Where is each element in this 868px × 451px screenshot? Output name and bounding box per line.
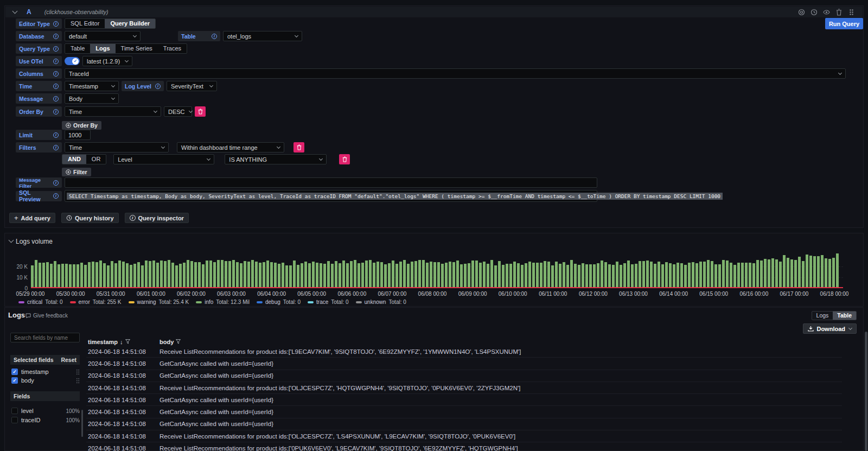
history-icon[interactable] [810, 9, 818, 16]
volume-bar [680, 263, 683, 288]
info-icon[interactable]: i [53, 180, 59, 186]
otel-version-select[interactable]: latest (1.2.9) [82, 56, 132, 66]
download-button[interactable]: Download [803, 323, 857, 334]
filter1-remove-button[interactable] [293, 142, 304, 153]
info-icon[interactable]: i [53, 96, 59, 101]
volume-bar [479, 263, 482, 288]
query-type-option-timeseries[interactable]: Time Series [116, 44, 158, 53]
table-label: Tablei [178, 31, 220, 41]
volume-bar [756, 260, 759, 288]
checkbox-checked[interactable]: ✓ [11, 369, 18, 375]
filter2-field-select[interactable]: Level [113, 154, 214, 164]
info-icon[interactable]: i [53, 34, 59, 39]
drag-handle-icon[interactable] [76, 378, 80, 384]
checkbox-checked[interactable]: ✓ [11, 377, 18, 384]
info-icon[interactable]: i [53, 46, 59, 52]
trash-icon[interactable] [835, 9, 843, 16]
info-icon[interactable]: i [53, 21, 59, 27]
view-option-logs[interactable]: Logs [812, 312, 833, 320]
checkbox-unchecked[interactable] [11, 408, 18, 414]
body-column-header[interactable]: body [159, 339, 181, 345]
time-select[interactable]: Timestamp [65, 81, 119, 91]
filter1-operator-select[interactable]: Within dashboard time range [177, 142, 284, 153]
log-level-select[interactable]: SeverityText [167, 81, 217, 91]
add-filter-button[interactable]: Filter [62, 168, 91, 176]
table-select[interactable]: otel_logs [223, 31, 302, 41]
volume-bar [350, 261, 353, 288]
or-option[interactable]: OR [86, 155, 106, 164]
filter2-operator-select[interactable]: IS ANYTHING [225, 154, 327, 164]
legend-item-debug[interactable]: debugTotal: 0 [257, 299, 301, 305]
order-by-remove-button[interactable] [195, 106, 206, 117]
volume-bar [46, 262, 49, 288]
columns-multiselect[interactable]: TraceId [65, 68, 846, 79]
info-icon[interactable]: i [53, 193, 59, 199]
legend-swatch [18, 301, 24, 303]
order-by-direction-select[interactable]: DESC [164, 106, 192, 117]
legend-item-error[interactable]: errorTotal: 255 K [70, 299, 122, 305]
limit-input[interactable] [65, 130, 91, 140]
filter-funnel-icon[interactable] [125, 339, 130, 344]
legend-item-info[interactable]: infoTotal: 12.3 Mil [196, 299, 250, 305]
reset-button[interactable]: Reset [61, 357, 76, 363]
logs-volume-header[interactable]: Logs volume [9, 236, 53, 246]
filter-funnel-icon[interactable] [176, 339, 181, 344]
query-type-option-logs[interactable]: Logs [90, 44, 115, 53]
info-icon[interactable]: i [53, 59, 59, 64]
x-tick-label: 06/07 00:00 [378, 291, 406, 297]
query-row-header[interactable]: A (clickhouse-observability) [5, 7, 863, 17]
legend-item-warning[interactable]: warningTotal: 25.4 K [129, 299, 189, 305]
use-otel-toggle[interactable]: ✓ [65, 57, 80, 65]
editor-type-option-builder[interactable]: Query Builder [105, 19, 155, 28]
info-icon[interactable]: i [53, 84, 59, 89]
filter1-field-select[interactable]: Time [65, 142, 169, 153]
checkbox-unchecked[interactable] [11, 417, 18, 423]
info-icon[interactable]: i [155, 84, 161, 89]
database-select[interactable]: default [65, 31, 141, 41]
info-icon[interactable]: i [53, 71, 59, 77]
info-icon[interactable]: i [53, 145, 59, 150]
editor-type-option-sql[interactable]: SQL Editor [65, 19, 105, 28]
drag-handle-icon[interactable] [848, 9, 855, 16]
volume-bar [320, 263, 322, 288]
info-icon[interactable]: i [53, 109, 59, 115]
order-by-field-select[interactable]: Time [65, 106, 161, 117]
legend-item-trace[interactable]: traceTotal: 0 [308, 299, 348, 305]
sort-desc-icon[interactable]: ↓ [120, 339, 123, 345]
volume-bar [737, 263, 740, 288]
add-query-button[interactable]: +Add query [9, 213, 55, 223]
legend-item-critical[interactable]: criticalTotal: 0 [18, 299, 63, 305]
give-feedback-link[interactable]: Give feedback [25, 313, 68, 319]
view-option-table[interactable]: Table [833, 312, 856, 320]
query-type-option-table[interactable]: Table [65, 44, 90, 53]
query-editor-panel: A (clickhouse-observability) Run Query E… [4, 5, 864, 228]
drag-handle-icon[interactable] [76, 369, 80, 375]
query-inspector-button[interactable]: iQuery inspector [125, 213, 189, 223]
legend-swatch [257, 301, 263, 303]
search-fields-input[interactable] [10, 333, 80, 342]
volume-bar [817, 256, 820, 288]
table-scrollbar[interactable] [865, 332, 867, 451]
message-select[interactable]: Body [65, 93, 119, 104]
message-filter-input[interactable] [65, 177, 597, 188]
volume-bar [730, 263, 732, 288]
query-history-button[interactable]: Query history [61, 213, 119, 223]
comment-icon [25, 313, 31, 319]
add-order-by-button[interactable]: Order By [62, 121, 101, 130]
sidebar-scrollbar[interactable] [81, 410, 83, 437]
timestamp-column-header[interactable]: timestamp ↓ [86, 339, 159, 345]
legend-item-unknown[interactable]: unknownTotal: 0 [356, 299, 406, 305]
query-type-option-traces[interactable]: Traces [158, 44, 187, 53]
and-option[interactable]: AND [62, 155, 86, 164]
duplicate-icon[interactable] [798, 9, 805, 16]
filter2-remove-button[interactable] [339, 154, 350, 164]
collapse-chevron-icon[interactable] [12, 8, 18, 14]
info-icon[interactable]: i [53, 132, 59, 138]
volume-bar [506, 264, 508, 288]
collapse-chevron-icon[interactable] [9, 238, 14, 243]
run-query-button[interactable]: Run Query [825, 18, 863, 29]
eye-icon[interactable] [823, 9, 830, 16]
info-icon[interactable]: i [212, 34, 217, 39]
volume-bar [266, 261, 269, 288]
x-tick-label: 06/02 00:00 [177, 291, 206, 297]
